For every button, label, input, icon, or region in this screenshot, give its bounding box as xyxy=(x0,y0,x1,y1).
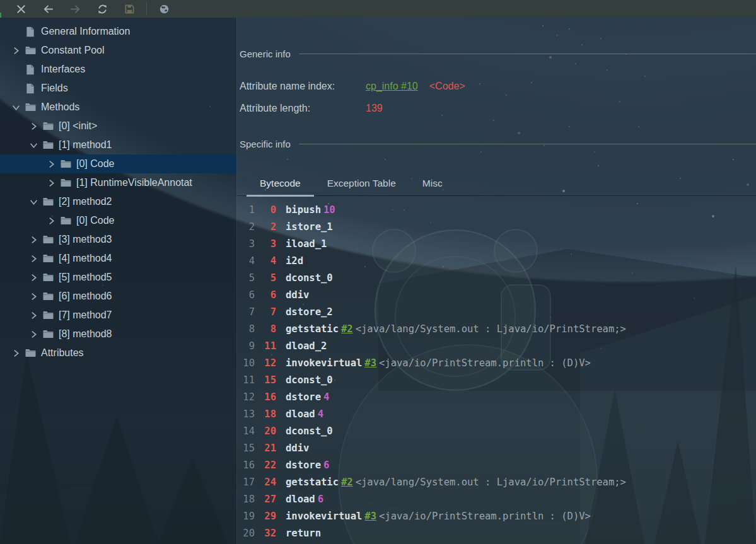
bytecode-offset: 18 xyxy=(255,406,276,423)
specific-info-header: Specific info xyxy=(240,136,756,151)
open-in-browser-button[interactable] xyxy=(156,1,172,16)
chevron-right-icon[interactable] xyxy=(44,154,58,173)
tree-item-label: [3] method3 xyxy=(59,234,112,245)
tree-item-4-method4[interactable]: [4] method4 xyxy=(0,249,236,268)
attribute-type-annotation: <Code> xyxy=(429,78,465,95)
chevron-right-icon[interactable] xyxy=(44,173,58,192)
bytecode-offset: 3 xyxy=(255,236,276,253)
constant-pool-link[interactable]: #3 xyxy=(364,511,376,522)
tree-item-interfaces[interactable]: Interfaces xyxy=(0,60,234,79)
tree-item-1-runtimevisibleannotat[interactable]: [1] RuntimeVisibleAnnotat xyxy=(0,173,236,192)
bytecode-instruction: dconst_0 xyxy=(286,270,333,287)
tree-item-0-code[interactable]: [0] Code xyxy=(0,154,236,173)
chevron-down-icon[interactable] xyxy=(26,136,40,154)
bytecode-line: 88getstatic#2<java/lang/System.out : Lja… xyxy=(237,321,756,338)
bytecode-line: 1420dconst_0 xyxy=(237,423,756,440)
attribute-length-row: Attribute length: 139 xyxy=(240,100,383,117)
tree-item-label: [5] method5 xyxy=(59,272,112,283)
bytecode-instruction: iload_1 xyxy=(286,236,327,253)
document-icon xyxy=(23,60,38,79)
bytecode-line: 1115dconst_0 xyxy=(237,372,756,389)
attribute-detail-pane: Generic info Attribute name index: cp_in… xyxy=(236,18,756,544)
chevron-down-icon[interactable] xyxy=(9,98,23,117)
constant-pool-link[interactable]: #2 xyxy=(341,323,353,335)
mnemonic: getstatic xyxy=(286,323,339,335)
bytecode-line: 33iload_1 xyxy=(237,236,756,253)
chevron-down-icon[interactable] xyxy=(26,192,40,211)
chevron-right-icon[interactable] xyxy=(26,325,40,344)
back-button[interactable] xyxy=(40,1,56,16)
tab-bytecode[interactable]: Bytecode xyxy=(247,173,314,195)
bytecode-line: 77dstore_2 xyxy=(237,304,756,321)
bytecode-instruction: dconst_0 xyxy=(286,372,333,389)
bytecode-instruction: ddiv xyxy=(286,440,309,457)
tree-item-constant-pool[interactable]: Constant Pool xyxy=(0,41,234,60)
chevron-right-icon[interactable] xyxy=(26,306,40,325)
tree-item-2-method2[interactable]: [2] method2 xyxy=(0,192,236,211)
arrow-right-icon xyxy=(70,4,81,14)
bytecode-offset: 15 xyxy=(255,372,276,389)
folder-icon xyxy=(40,192,55,211)
tree-item-3-method3[interactable]: [3] method3 xyxy=(0,230,236,249)
bytecode-instruction: dload6 xyxy=(286,491,323,508)
line-number: 12 xyxy=(237,389,255,406)
chevron-right-icon[interactable] xyxy=(9,41,23,60)
reload-button[interactable] xyxy=(94,1,110,16)
bytecode-instruction: dload_2 xyxy=(286,338,327,355)
chevron-right-icon[interactable] xyxy=(9,344,23,362)
tab-exception-table[interactable]: Exception Table xyxy=(314,173,409,195)
chevron-right-icon[interactable] xyxy=(26,117,40,136)
tree-item-6-method6[interactable]: [6] method6 xyxy=(0,287,236,306)
folder-icon xyxy=(40,287,55,306)
folder-icon xyxy=(58,211,73,230)
line-number: 16 xyxy=(237,457,255,474)
folder-icon xyxy=(40,306,55,325)
constant-pool-link[interactable]: cp_info #10 xyxy=(366,78,418,95)
constant-pool-link[interactable]: #3 xyxy=(364,357,376,369)
attribute-name-index-label: Attribute name index: xyxy=(240,78,366,95)
folder-icon xyxy=(23,41,38,60)
tree-item-label: Constant Pool xyxy=(41,45,105,56)
line-number: 13 xyxy=(237,406,255,423)
tree-item-5-method5[interactable]: [5] method5 xyxy=(0,268,236,287)
save-button[interactable] xyxy=(121,1,137,16)
chevron-right-icon[interactable] xyxy=(26,287,40,306)
tree-item-7-method7[interactable]: [7] method7 xyxy=(0,306,236,325)
tree-item-label: Methods xyxy=(41,101,79,113)
bytecode-line: 10bipush10 xyxy=(237,202,756,219)
close-button[interactable] xyxy=(13,1,29,16)
toolbar-divider xyxy=(146,3,147,15)
forward-button[interactable] xyxy=(67,1,83,16)
tree-item-label: [0] Code xyxy=(76,158,114,170)
tree-item-attributes[interactable]: Attributes xyxy=(0,344,234,362)
attribute-length-value: 139 xyxy=(366,100,383,117)
class-structure-tree: General InformationConstant PoolInterfac… xyxy=(0,18,236,544)
operand-value: 10 xyxy=(323,204,335,216)
generic-info-title: Generic info xyxy=(240,49,291,59)
bytecode-line: 22istore_1 xyxy=(237,219,756,236)
tree-item-general-information[interactable]: General Information xyxy=(0,22,234,41)
line-number: 15 xyxy=(237,440,255,457)
mnemonic: dconst_0 xyxy=(286,272,333,284)
chevron-right-icon[interactable] xyxy=(44,211,58,230)
line-number: 10 xyxy=(237,355,255,372)
mnemonic: dload xyxy=(286,494,315,505)
mnemonic: invokevirtual xyxy=(286,511,362,522)
chevron-right-icon[interactable] xyxy=(26,249,40,268)
bytecode-line: 55dconst_0 xyxy=(237,270,756,287)
tree-item-8-method8[interactable]: [8] method8 xyxy=(0,325,236,344)
tree-item-0-init[interactable]: [0] <init> xyxy=(0,117,236,136)
tree-item-0-code[interactable]: [0] Code xyxy=(0,211,236,230)
chevron-right-icon[interactable] xyxy=(26,268,40,287)
chevron-right-icon[interactable] xyxy=(26,230,40,249)
tab-misc[interactable]: Misc xyxy=(409,173,456,195)
bytecode-line: 1012invokevirtual#3<java/io/PrintStream.… xyxy=(237,355,756,372)
tree-item-fields[interactable]: Fields xyxy=(0,79,234,98)
mnemonic: dconst_0 xyxy=(286,374,333,386)
tree-item-label: [8] method8 xyxy=(59,328,112,340)
constant-pool-link[interactable]: #2 xyxy=(341,477,353,488)
tree-item-1-method1[interactable]: [1] method1 xyxy=(0,136,236,154)
bytecode-offset: 32 xyxy=(255,525,276,542)
tree-item-methods[interactable]: Methods xyxy=(0,98,234,117)
bytecode-line: 1724getstatic#2<java/lang/System.out : L… xyxy=(237,474,756,491)
